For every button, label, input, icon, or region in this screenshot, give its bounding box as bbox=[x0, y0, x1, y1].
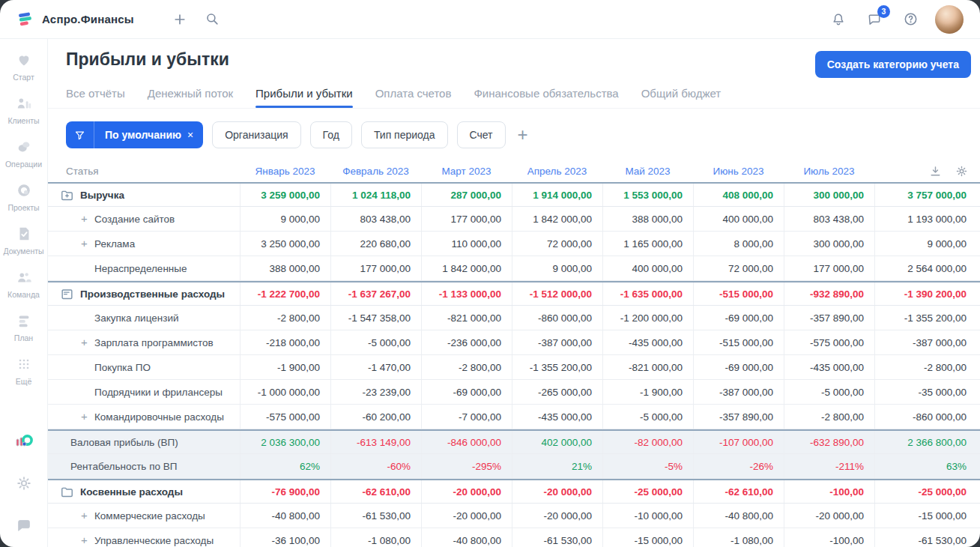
value-cell: -1 080,00 bbox=[330, 528, 421, 547]
row-label-cell[interactable]: Производственные расходы bbox=[48, 282, 240, 305]
sidebar-item-4[interactable]: Документы bbox=[0, 225, 47, 256]
user-avatar[interactable] bbox=[935, 5, 964, 34]
column-header-month-3[interactable]: Апрель 2023 bbox=[512, 166, 602, 177]
expand-plus-icon[interactable]: + bbox=[81, 336, 88, 348]
table-row-6: +Зарплата программистов-218 000,00-5 000… bbox=[48, 330, 980, 355]
sidebar-item-6[interactable]: План bbox=[0, 312, 47, 342]
expand-plus-icon[interactable]: + bbox=[81, 237, 88, 250]
value-cell: 1 024 118,00 bbox=[330, 184, 421, 206]
filter-chips: ОрганизацияГодТип периодаСчет bbox=[212, 121, 505, 148]
expand-plus-icon[interactable]: + bbox=[81, 534, 88, 546]
value-cell: 300 000,00 bbox=[784, 232, 874, 256]
add-filter-icon[interactable]: + bbox=[518, 126, 528, 144]
sidebar-item-3[interactable]: Проекты bbox=[0, 181, 47, 212]
row-label-cell[interactable]: +Реклама bbox=[48, 232, 240, 256]
value-cell: -860 000,00 bbox=[874, 405, 980, 429]
clear-filter-icon[interactable]: × bbox=[187, 129, 203, 141]
row-label: Коммерческие расходы bbox=[94, 510, 205, 522]
row-label: Управленческие расходы bbox=[94, 535, 214, 546]
notifications-bell-icon[interactable] bbox=[827, 8, 850, 31]
sidebar-item-5[interactable]: Команда bbox=[0, 268, 47, 299]
filter-chip-1[interactable]: Год bbox=[310, 121, 352, 148]
value-cell: -26% bbox=[693, 454, 784, 478]
row-label-cell: Рентабельность по ВП bbox=[48, 454, 240, 478]
row-label-cell[interactable]: +Зарплата программистов bbox=[48, 330, 240, 354]
tab-5[interactable]: Общий бюджет bbox=[641, 87, 722, 108]
row-label: Нераспределенные bbox=[94, 263, 187, 274]
row-label-cell[interactable]: Выручка bbox=[48, 184, 240, 206]
value-cell: -1 133 000,00 bbox=[421, 282, 512, 305]
row-label-cell[interactable]: +Командировочные расходы bbox=[48, 405, 240, 429]
table-row-13: +Коммерческие расходы-40 800,00-61 530,0… bbox=[48, 504, 980, 528]
expand-plus-icon[interactable]: + bbox=[81, 509, 88, 522]
create-category-button[interactable]: Создать категорию учета bbox=[815, 51, 971, 78]
table-row-12: Косвенные расходы-76 900,00-62 610,00-20… bbox=[48, 479, 980, 504]
expand-plus-icon[interactable]: + bbox=[81, 410, 88, 423]
row-label-cell[interactable]: +Управленческие расходы bbox=[48, 528, 240, 547]
value-cell: 9 000,00 bbox=[240, 207, 330, 231]
filter-chip-0[interactable]: Организация bbox=[212, 121, 300, 148]
column-header-month-0[interactable]: Январь 2023 bbox=[240, 166, 330, 177]
sidebar-item-label: Старт bbox=[13, 73, 34, 82]
value-cell: -1 635 000,00 bbox=[602, 282, 693, 305]
column-header-month-6[interactable]: Июль 2023 bbox=[784, 166, 874, 177]
tab-4[interactable]: Финансовые обязательства bbox=[474, 87, 618, 108]
value-cell: -211% bbox=[784, 454, 874, 478]
table-row-4: Производственные расходы-1 222 700,00-1 … bbox=[48, 281, 980, 306]
value-cell: -61 530,00 bbox=[330, 504, 421, 528]
row-label-cell[interactable]: +Создание сайтов bbox=[48, 207, 240, 231]
row-label: Покупка ПО bbox=[94, 362, 151, 373]
filter-chip-2[interactable]: Тип периода bbox=[361, 121, 448, 148]
row-label-cell[interactable]: Закупка лицензий bbox=[48, 306, 240, 330]
column-header-month-1[interactable]: Февраль 2023 bbox=[330, 166, 421, 177]
value-cell: 400 000,00 bbox=[693, 207, 784, 231]
value-cell: -1 222 700,00 bbox=[240, 282, 330, 305]
value-cell: -2 800,00 bbox=[421, 355, 512, 379]
sidebar-item-7[interactable]: Ещё bbox=[0, 355, 47, 386]
table-settings-gear-icon[interactable] bbox=[955, 165, 968, 178]
value-cell: -1 355 200,00 bbox=[874, 306, 980, 330]
value-cell: -1 512 000,00 bbox=[512, 282, 602, 305]
tab-0[interactable]: Все отчёты bbox=[66, 87, 125, 108]
table-row-2: +Реклама3 250 000,00220 680,00110 000,00… bbox=[48, 232, 980, 256]
settings-gear-icon[interactable] bbox=[13, 472, 35, 495]
column-header-month-2[interactable]: Март 2023 bbox=[421, 166, 512, 177]
value-cell: 2 366 800,00 bbox=[874, 431, 980, 453]
messages-chat-icon[interactable]: 3 bbox=[863, 8, 886, 31]
chat-bubble-icon[interactable] bbox=[13, 514, 35, 537]
create-plus-icon[interactable] bbox=[169, 8, 191, 31]
aspro-app-logo-icon[interactable] bbox=[13, 430, 35, 453]
plan-icon bbox=[16, 312, 32, 330]
sidebar-item-1[interactable]: Клиенты bbox=[0, 94, 47, 125]
filter-chip-3[interactable]: Счет bbox=[457, 121, 506, 148]
sidebar-item-0[interactable]: Старт bbox=[0, 51, 47, 82]
row-label-cell[interactable]: Нераспределенные bbox=[48, 256, 240, 280]
default-filter-chip[interactable]: По умолчанию × bbox=[66, 121, 203, 148]
row-label-cell[interactable]: Косвенные расходы bbox=[48, 480, 240, 503]
value-cell: -1 200 000,00 bbox=[602, 306, 693, 330]
sidebar-item-label: Проекты bbox=[7, 203, 39, 212]
column-header-month-4[interactable]: Май 2023 bbox=[602, 166, 693, 177]
sidebar-item-2[interactable]: Операции bbox=[0, 138, 47, 169]
row-label-cell[interactable]: Покупка ПО bbox=[48, 355, 240, 379]
value-cell: 3 250 000,00 bbox=[240, 232, 330, 256]
tab-2[interactable]: Прибыли и убытки bbox=[255, 87, 353, 108]
search-icon[interactable] bbox=[202, 8, 224, 31]
value-cell: -575 000,00 bbox=[240, 405, 330, 429]
main-content: Прибыли и убытки Создать категорию учета… bbox=[48, 39, 980, 547]
row-label-cell[interactable]: +Коммерческие расходы bbox=[48, 504, 240, 528]
column-header-month-5[interactable]: Июнь 2023 bbox=[693, 166, 784, 177]
expand-plus-icon[interactable]: + bbox=[81, 212, 88, 225]
download-icon[interactable] bbox=[929, 165, 942, 178]
row-label-cell[interactable]: Подрядчики и фрилансеры bbox=[48, 380, 240, 404]
value-cell: 388 000,00 bbox=[602, 207, 693, 231]
value-cell: -23 239,00 bbox=[330, 380, 421, 404]
help-icon[interactable] bbox=[899, 8, 922, 31]
brand-flag-icon bbox=[15, 10, 34, 29]
value-cell: -69 000,00 bbox=[693, 355, 784, 379]
value-cell: -36 100,00 bbox=[240, 528, 330, 547]
tab-1[interactable]: Денежный поток bbox=[148, 87, 233, 108]
tab-3[interactable]: Оплата счетов bbox=[375, 87, 452, 108]
app-window: Аспро.Финансы 3 СтартКлиентыОперацииПрое… bbox=[0, 0, 980, 547]
value-cell: -265 000,00 bbox=[512, 380, 602, 404]
